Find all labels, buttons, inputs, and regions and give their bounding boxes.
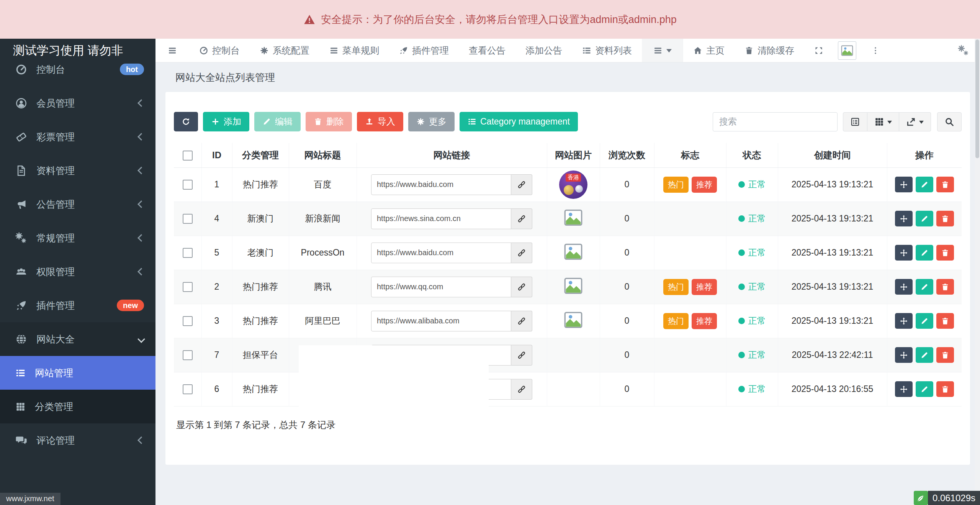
row-checkbox[interactable] (183, 214, 193, 224)
row-status: 正常 (726, 304, 778, 338)
settings-cogs-icon[interactable] (957, 45, 970, 56)
select-all-checkbox[interactable] (183, 151, 193, 161)
row-checkbox[interactable] (183, 350, 193, 360)
sidebar-item-网站管理[interactable]: 网站管理 (0, 356, 155, 390)
sidebar-item-权限管理[interactable]: 权限管理 (0, 255, 155, 289)
row-edit-button[interactable] (916, 177, 933, 192)
pencil-icon (920, 249, 929, 257)
row-flags: 热门推荐 (654, 270, 726, 304)
avatar[interactable] (838, 41, 856, 60)
move-button[interactable] (895, 177, 913, 192)
comments-icon (15, 434, 27, 446)
row-checkbox[interactable] (183, 282, 193, 292)
sidebar-item-分类管理[interactable]: 分类管理 (0, 390, 155, 423)
sidebar-item-label: 网站大全 (36, 333, 139, 346)
search-button[interactable] (937, 112, 962, 131)
open-link-button[interactable] (511, 311, 532, 331)
row-checkbox[interactable] (183, 180, 193, 190)
home[interactable]: 主页 (683, 39, 735, 62)
row-edit-button[interactable] (916, 347, 933, 363)
export-button[interactable] (899, 112, 931, 131)
row-delete-button[interactable] (936, 381, 954, 397)
row-delete-button[interactable] (936, 177, 954, 192)
tab-dashboard[interactable]: 控制台 (189, 39, 250, 62)
move-button[interactable] (895, 347, 913, 363)
row-delete-button[interactable] (936, 313, 954, 329)
website-link-input[interactable] (371, 208, 511, 229)
user-icon (15, 97, 27, 109)
sidebar-item-常规管理[interactable]: 常规管理 (0, 221, 155, 255)
tab-system-config[interactable]: 系统配置 (250, 39, 319, 62)
tab-data-list[interactable]: 资料列表 (572, 39, 642, 62)
move-button[interactable] (895, 211, 913, 226)
caret-down-icon (887, 121, 892, 126)
website-link-input[interactable] (371, 174, 511, 195)
open-link-button[interactable] (511, 345, 532, 366)
list-icon (582, 46, 591, 55)
search-input[interactable] (713, 112, 838, 131)
row-delete-button[interactable] (936, 347, 954, 363)
sidebar-item-插件管理[interactable]: 插件管理new (0, 289, 155, 322)
open-link-button[interactable] (511, 277, 532, 297)
open-link-button[interactable] (511, 379, 532, 400)
sidebar-item-彩票管理[interactable]: 彩票管理 (0, 120, 155, 154)
edit-button[interactable]: 编辑 (254, 112, 301, 131)
tab-menu-rules[interactable]: 菜单规则 (319, 39, 389, 62)
row-created-time: 2025-04-13 20:16:55 (778, 372, 887, 406)
row-edit-button[interactable] (916, 381, 933, 397)
trace-toggle[interactable] (914, 491, 928, 505)
sidebar-item-公告管理[interactable]: 公告管理 (0, 187, 155, 221)
rocket-icon (15, 300, 27, 312)
tab-plugin-management-label: 插件管理 (412, 44, 449, 57)
more-button[interactable]: 更多 (408, 112, 455, 131)
move-button[interactable] (895, 279, 913, 295)
tab-view-announcement[interactable]: 查看公告 (459, 39, 515, 62)
sidebar-item-会员管理[interactable]: 会员管理 (0, 86, 155, 120)
move-button[interactable] (895, 245, 913, 261)
delete-button[interactable]: 删除 (306, 112, 352, 131)
category-management-button[interactable]: Category management (460, 112, 578, 131)
row-checkbox[interactable] (183, 316, 193, 326)
search-icon (944, 117, 954, 127)
import-button[interactable]: 导入 (357, 112, 403, 131)
row-delete-button[interactable] (936, 279, 954, 295)
move-button[interactable] (895, 381, 913, 397)
trace-timer[interactable]: 0.061029s (914, 491, 980, 505)
columns-button[interactable] (867, 112, 899, 131)
tab-plugin-management[interactable]: 插件管理 (389, 39, 459, 62)
sidebar-item-网站大全[interactable]: 网站大全 (0, 322, 155, 356)
lottery-ball (564, 185, 574, 195)
add-button[interactable]: 添加 (203, 112, 249, 131)
row-checkbox[interactable] (183, 384, 193, 394)
row-edit-button[interactable] (916, 211, 933, 226)
topnav: 控制台系统配置菜单规则插件管理查看公告添加公告资料列表主页清除缓存 (155, 39, 980, 62)
scrollbar-thumb[interactable] (975, 39, 979, 158)
row-edit-button[interactable] (916, 245, 933, 261)
refresh-button[interactable] (174, 112, 198, 131)
fullscreen[interactable] (804, 39, 833, 62)
row-edit-button[interactable] (916, 313, 933, 329)
sidebar-toggle[interactable] (155, 39, 189, 62)
toggle-view-button[interactable] (843, 112, 867, 131)
open-link-button[interactable] (511, 174, 532, 195)
more-menu[interactable] (861, 39, 890, 62)
open-link-button[interactable] (511, 208, 532, 229)
row-delete-button[interactable] (936, 211, 954, 226)
clear-cache[interactable]: 清除缓存 (735, 39, 804, 62)
row-delete-button[interactable] (936, 245, 954, 261)
move-button[interactable] (895, 313, 913, 329)
tabs-dropdown[interactable] (642, 39, 683, 62)
tab-add-announcement[interactable]: 添加公告 (515, 39, 572, 62)
trash-icon (941, 351, 949, 359)
sidebar-item-评论管理[interactable]: 评论管理 (0, 423, 155, 457)
sidebar-item-资料管理[interactable]: 资料管理 (0, 154, 155, 187)
website-link-input[interactable] (371, 277, 511, 297)
row-category: 担保平台 (232, 338, 289, 372)
row-checkbox[interactable] (183, 248, 193, 258)
website-link-input[interactable] (371, 243, 511, 263)
row-operations (887, 304, 962, 338)
chevron-left-icon (137, 200, 145, 208)
website-link-input[interactable] (371, 311, 511, 331)
row-edit-button[interactable] (916, 279, 933, 295)
open-link-button[interactable] (511, 243, 532, 263)
